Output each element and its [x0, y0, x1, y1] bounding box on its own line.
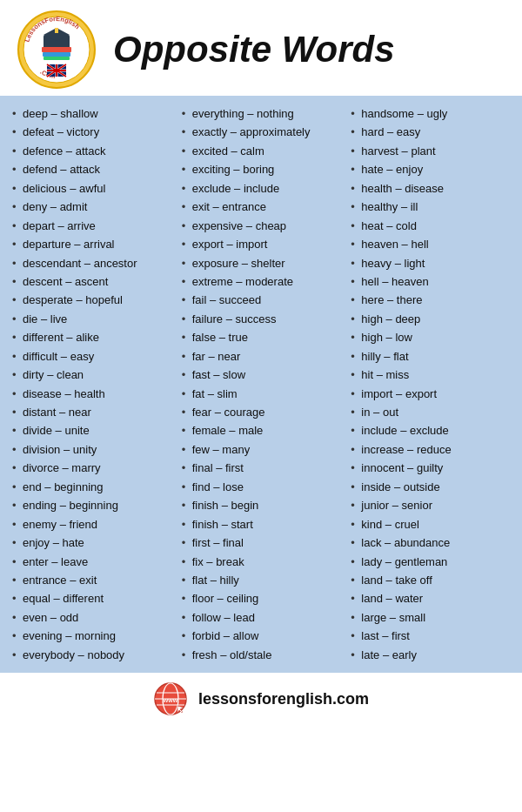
list-item: enter – leave [10, 553, 173, 571]
globe-icon: www [153, 681, 188, 716]
list-item: divorce – marry [10, 459, 173, 477]
list-item: heaven – hell [349, 235, 512, 253]
page-title: Opposite Words [113, 29, 395, 70]
column-3: handsome – uglyhard – easyharvest – plan… [345, 104, 515, 664]
list-item: forbid – allow [180, 627, 343, 645]
list-item: end – beginning [10, 478, 173, 496]
list-item: land – water [349, 589, 512, 607]
list-item: female – male [180, 421, 343, 440]
list-item: defence – attack [10, 142, 173, 160]
list-item: exclude – include [180, 179, 343, 198]
list-item: land – take off [349, 571, 512, 589]
list-item: health – disease [349, 179, 512, 198]
content-area: deep – shallowdefeat – victorydefence – … [0, 96, 522, 673]
list-item: finish – begin [180, 496, 343, 514]
list-item: disease – health [10, 385, 173, 403]
list-item: equal – different [10, 589, 173, 607]
list-item: hate – enjoy [349, 160, 512, 178]
list-item: die – live [10, 310, 173, 328]
list-item: far – near [180, 347, 343, 366]
list-item: healthy – ill [349, 198, 512, 216]
list-item: export – import [180, 235, 343, 253]
list-item: desperate – hopeful [10, 291, 173, 309]
list-item: find – lose [180, 478, 343, 496]
list-item: last – first [349, 627, 512, 645]
list-item: flat – hilly [180, 571, 343, 589]
list-item: difficult – easy [10, 347, 173, 366]
list-item: high – deep [349, 310, 512, 328]
list-item: hard – easy [349, 123, 512, 141]
list-item: extreme – moderate [180, 272, 343, 291]
list-item: delicious – awful [10, 179, 173, 198]
list-item: divide – unite [10, 421, 173, 440]
svg-text:www: www [163, 697, 178, 703]
list-item: defeat – victory [10, 123, 173, 141]
list-item: harvest – plant [349, 142, 512, 160]
list-item: ending – beginning [10, 496, 173, 514]
list-item: floor – ceiling [180, 589, 343, 607]
list-item: false – true [180, 328, 343, 346]
list-item: defend – attack [10, 160, 173, 178]
column-2: everything – nothingexactly – approximat… [177, 104, 346, 664]
list-item: excited – calm [180, 142, 343, 160]
list-item: everybody – nobody [10, 646, 173, 664]
list-item: in – out [349, 403, 512, 421]
svg-rect-9 [44, 57, 70, 60]
list-item: large – small [349, 608, 512, 627]
list-item: inside – outside [349, 478, 512, 496]
list-item: late – early [349, 646, 512, 664]
list-item: failure – success [180, 310, 343, 328]
list-item: fresh – old/stale [180, 646, 343, 664]
list-item: deny – admit [10, 198, 173, 216]
list-item: fear – courage [180, 403, 343, 421]
list-item: increase – reduce [349, 440, 512, 459]
list-item: fail – succeed [180, 291, 343, 309]
list-item: everything – nothing [180, 104, 343, 123]
list-item: exposure – shelter [180, 254, 343, 272]
list-item: distant – near [10, 403, 173, 421]
list-item: first – final [180, 534, 343, 552]
list-item: depart – arrive [10, 217, 173, 235]
header: LessonsForEnglish .Com Opposite Words [0, 0, 522, 96]
list-item: here – there [349, 291, 512, 309]
list-item: lady – gentleman [349, 553, 512, 571]
list-item: exactly – approximately [180, 123, 343, 141]
list-item: fast – slow [180, 366, 343, 384]
list-item: descendant – ancestor [10, 254, 173, 272]
list-item: lack – abundance [349, 534, 512, 552]
list-item: enjoy – hate [10, 534, 173, 552]
list-item: exciting – boring [180, 160, 343, 178]
list-item: finish – start [180, 515, 343, 534]
list-item: innocent – guilty [349, 459, 512, 477]
list-item: hit – miss [349, 366, 512, 384]
list-item: kind – cruel [349, 515, 512, 534]
col2-list: everything – nothingexactly – approximat… [180, 104, 343, 664]
list-item: exit – entrance [180, 198, 343, 216]
list-item: departure – arrival [10, 235, 173, 253]
list-item: hell – heaven [349, 272, 512, 291]
list-item: entrance – exit [10, 571, 173, 589]
footer: www lessonsforenglish.com [0, 673, 522, 723]
list-item: fat – slim [180, 385, 343, 403]
list-item: handsome – ugly [349, 104, 512, 123]
list-item: even – odd [10, 608, 173, 627]
column-1: deep – shallowdefeat – victorydefence – … [7, 104, 177, 664]
list-item: division – unity [10, 440, 173, 459]
list-item: fix – break [180, 553, 343, 571]
svg-rect-7 [42, 47, 71, 52]
list-item: descent – ascent [10, 272, 173, 291]
footer-url: lessonsforenglish.com [198, 690, 369, 708]
list-item: hilly – flat [349, 347, 512, 366]
list-item: few – many [180, 440, 343, 459]
col3-list: handsome – uglyhard – easyharvest – plan… [349, 104, 512, 664]
list-item: include – exclude [349, 421, 512, 440]
list-item: high – low [349, 328, 512, 346]
list-item: final – first [180, 459, 343, 477]
list-item: different – alike [10, 328, 173, 346]
list-item: expensive – cheap [180, 217, 343, 235]
list-item: import – export [349, 385, 512, 403]
list-item: heavy – light [349, 254, 512, 272]
list-item: dirty – clean [10, 366, 173, 384]
list-item: follow – lead [180, 608, 343, 627]
list-item: junior – senior [349, 496, 512, 514]
